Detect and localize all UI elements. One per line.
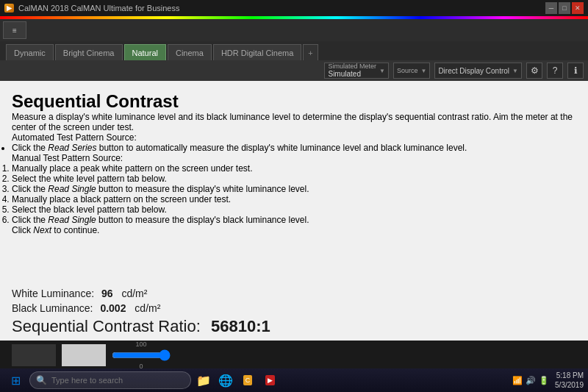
manual-items-list: Manually place a peak white pattern on t… <box>12 163 576 225</box>
battery-icon: 🔋 <box>539 376 549 385</box>
taskbar-app-icons: 📁 🌐 C ▶ <box>194 371 279 390</box>
tab-cinema[interactable]: Cinema <box>168 44 212 60</box>
automated-source-title: Automated Test Pattern Source: <box>12 132 576 143</box>
toolbar-button-1[interactable]: ≡ <box>3 21 26 39</box>
next-instruction: Click Next to continue. <box>12 225 576 235</box>
toolbar: ≡ <box>0 19 588 41</box>
white-luminance-unit: cd/m² <box>121 288 147 299</box>
simulated-meter-top-label: Simulated Meter <box>328 63 376 71</box>
taskbar-search-box[interactable]: 🔍 <box>29 371 191 389</box>
list-item: Manually place a black pattern on the sc… <box>12 194 576 204</box>
taskbar: ⊞ 🔍 📁 🌐 C ▶ 📶 🔊 🔋 <box>0 368 588 392</box>
intro-text: Measure a display's white luminance leve… <box>12 112 576 132</box>
black-luminance-unit: cd/m² <box>135 302 160 314</box>
source-top-label: Source <box>397 67 418 75</box>
volume-icon: 🔊 <box>526 376 536 385</box>
list-item: Select the black level pattern tab below… <box>12 204 576 215</box>
black-preview-box <box>12 344 56 366</box>
content-area: Sequential Contrast Measure a display's … <box>0 81 588 392</box>
white-luminance-row: White Luminance: 96 cd/m² <box>12 288 576 299</box>
manual-source-title: Manual Test Pattern Source: <box>12 153 576 163</box>
simulated-meter-arrow-icon: ▼ <box>379 68 385 74</box>
list-item: Manually place a peak white pattern on t… <box>12 163 576 174</box>
window-controls: ─ □ ✕ <box>545 2 584 14</box>
title-bar: ▶ CalMAN 2018 CalMAN Ultimate for Busine… <box>0 0 588 16</box>
taskbar-calman-icon[interactable]: C <box>238 371 257 390</box>
taskbar-edge-icon[interactable]: 🌐 <box>216 371 235 390</box>
tabs-bar: Dynamic Bright Cinema Natural Cinema HDR… <box>0 41 588 60</box>
black-luminance-row: Black Luminance: 0.002 cd/m² <box>12 302 576 314</box>
black-luminance-value: 0.002 <box>100 302 126 314</box>
automated-items-list: Click the Read Series button to automati… <box>12 143 576 153</box>
contrast-ratio-row: Sequential Contrast Ratio: 56810:1 <box>12 317 576 336</box>
display-control-arrow-icon: ▼ <box>512 68 518 74</box>
white-luminance-label: White Luminance: <box>12 288 94 299</box>
clock-display: 5:18 PM 5/3/2019 <box>555 371 584 390</box>
taskbar-file-explorer-icon[interactable]: 📁 <box>194 371 213 390</box>
add-tab-button[interactable]: + <box>303 44 318 60</box>
display-control-dropdown[interactable]: Direct Display Control ▼ <box>434 63 522 79</box>
tab-dynamic[interactable]: Dynamic <box>6 44 54 60</box>
time-label: 5:18 PM <box>555 371 584 380</box>
contrast-ratio-value: 56810:1 <box>211 317 270 335</box>
red-app-icon: ▶ <box>265 375 275 385</box>
white-luminance-value: 96 <box>101 288 113 299</box>
app-title: CalMAN 2018 CalMAN Ultimate for Business <box>18 4 179 13</box>
app-logo-area: ▶ CalMAN 2018 CalMAN Ultimate for Busine… <box>4 4 179 13</box>
browser-icon: 🌐 <box>218 374 233 388</box>
info-icon-btn[interactable]: ℹ <box>567 63 584 79</box>
network-icon: 📶 <box>512 376 523 385</box>
maximize-button[interactable]: □ <box>559 2 570 14</box>
contrast-ratio-label: Sequential Contrast Ratio: <box>12 317 201 335</box>
help-icon-btn[interactable]: ? <box>547 63 563 79</box>
white-preview-box <box>62 344 106 366</box>
black-slider-bar: 100 0 <box>0 341 588 370</box>
page-title: Sequential Contrast <box>12 91 576 112</box>
taskbar-app2-icon[interactable]: ▶ <box>260 371 279 390</box>
start-button[interactable]: ⊞ <box>4 371 26 389</box>
slider-container: 100 0 <box>112 341 171 370</box>
measurements-panel: White Luminance: 96 cd/m² Black Luminanc… <box>0 282 588 341</box>
tab-natural[interactable]: Natural <box>124 44 166 60</box>
system-tray: 📶 🔊 🔋 <box>512 376 549 385</box>
windows-logo-icon: ⊞ <box>11 374 21 388</box>
toolbar-icon-1: ≡ <box>10 25 20 35</box>
slider-max-label: 100 <box>112 341 171 348</box>
app-logo-icon: ▶ <box>4 4 14 13</box>
list-item: Click the Read Series button to automati… <box>12 143 576 153</box>
date-label: 5/3/2019 <box>555 380 584 390</box>
folder-icon: 📁 <box>196 374 211 388</box>
header-controls: Simulated Meter Simulated ▼ Source ▼ Dir… <box>0 60 588 81</box>
display-control-value: Direct Display Control <box>438 67 509 75</box>
search-input[interactable] <box>51 376 184 385</box>
simulated-meter-value: Simulated <box>328 70 376 79</box>
taskbar-right-area: 📶 🔊 🔋 5:18 PM 5/3/2019 <box>512 371 584 390</box>
calman-icon: C <box>243 375 253 385</box>
list-item: Click the Read Single button to measure … <box>12 184 576 194</box>
source-dropdown[interactable]: Source ▼ <box>393 63 430 79</box>
search-icon: 🔍 <box>36 375 47 385</box>
list-item: Click the Read Single button to measure … <box>12 215 576 225</box>
app-container: ▶ CalMAN 2018 CalMAN Ultimate for Busine… <box>0 0 588 392</box>
tab-hdr-digital-cinema[interactable]: HDR Digital Cinema <box>213 44 301 60</box>
minimize-button[interactable]: ─ <box>545 2 557 14</box>
tab-bright-cinema[interactable]: Bright Cinema <box>55 44 123 60</box>
settings-icon-btn[interactable]: ⚙ <box>526 63 542 79</box>
black-luminance-label: Black Luminance: <box>12 302 93 314</box>
source-arrow-icon: ▼ <box>420 68 426 74</box>
scrollable-content: Sequential Contrast Measure a display's … <box>0 81 588 282</box>
brightness-slider[interactable] <box>112 349 171 361</box>
close-button[interactable]: ✕ <box>572 2 584 14</box>
simulated-meter-dropdown[interactable]: Simulated Meter Simulated ▼ <box>324 63 388 79</box>
list-item: Select the white level pattern tab below… <box>12 174 576 184</box>
